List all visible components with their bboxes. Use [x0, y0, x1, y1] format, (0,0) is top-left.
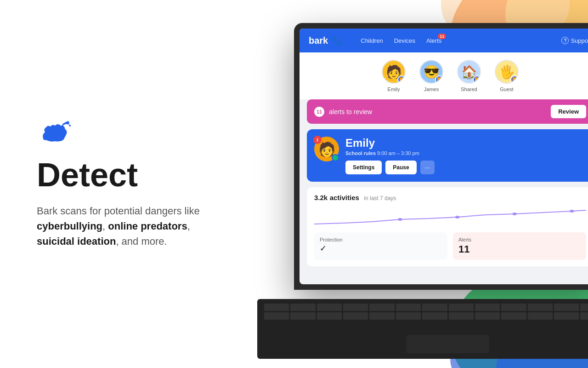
settings-button[interactable]: Settings — [345, 161, 382, 174]
key — [422, 304, 447, 311]
avatar-shared: 🏠 📶 — [457, 60, 481, 84]
protection-stat: Protection ✓ — [314, 232, 447, 260]
key — [369, 312, 394, 320]
guest-wifi-badge: 📶 — [510, 75, 519, 84]
profile-shared[interactable]: 🏠 📶 Shared — [457, 60, 481, 92]
review-button[interactable]: Review — [551, 105, 586, 118]
schedule-time: 9:00 am – 3:30 pm — [377, 150, 419, 156]
key — [580, 304, 588, 311]
key — [396, 312, 421, 320]
key — [501, 304, 526, 311]
bark-logo-icon — [37, 119, 74, 147]
alerts-badge: 11 — [438, 34, 446, 39]
avatar-james: 😎 📶 — [419, 60, 443, 84]
key — [449, 312, 474, 320]
key — [317, 312, 342, 320]
stats-count: 3.2k — [314, 194, 328, 201]
key — [290, 304, 315, 311]
avatar-guest: 🖐 📶 — [495, 60, 519, 84]
child-avatar: 🧑 1 — [314, 137, 339, 161]
brand-text: bark — [309, 35, 328, 46]
key — [554, 304, 579, 311]
protection-label: Protection — [320, 237, 442, 242]
brand-icon: 🐾 — [331, 35, 342, 46]
child-active-dot — [332, 154, 339, 161]
key — [264, 312, 289, 320]
left-panel: Detect Bark scans for potential dangers … — [0, 0, 266, 368]
nav-children[interactable]: Children — [361, 37, 383, 44]
alert-text: alerts to review — [329, 108, 546, 115]
laptop-screen-bezel: bark 🐾 Children Devices Alerts 11 — [294, 23, 588, 290]
stats-period: in last 7 days — [364, 195, 396, 201]
alerts-label: Alerts — [458, 237, 581, 242]
child-info: Emily School rules 9:00 am – 3:30 pm Set… — [345, 137, 586, 174]
key — [475, 312, 500, 320]
page-heading: Detect — [37, 158, 230, 193]
schedule-label: School rules — [345, 150, 376, 156]
nav-alerts[interactable]: Alerts 11 — [426, 37, 441, 44]
svg-point-7 — [68, 122, 69, 123]
key — [317, 304, 342, 311]
child-card: 🧑 1 Emily School rules 9:00 am – 3:30 pm… — [307, 129, 588, 182]
key — [290, 312, 315, 320]
profile-emily[interactable]: 🧑 📶 Emily — [382, 60, 406, 92]
key — [343, 312, 368, 320]
child-actions: Settings Pause ··· — [345, 161, 586, 174]
stats-count-label: activities — [330, 194, 359, 201]
key — [528, 304, 553, 311]
key — [264, 304, 289, 311]
nav-links: Children Devices Alerts 11 — [361, 37, 548, 44]
key — [422, 312, 447, 320]
key — [475, 304, 500, 311]
app-nav: bark 🐾 Children Devices Alerts 11 — [300, 29, 588, 52]
child-name: Emily — [345, 137, 586, 150]
support-question-icon: ? — [561, 37, 569, 44]
key — [449, 304, 474, 311]
profile-guest-name: Guest — [500, 86, 513, 92]
alerts-stat: Alerts 11 — [453, 232, 586, 260]
keyboard-area — [257, 299, 588, 359]
alert-banner: 11 alerts to review Review — [307, 99, 588, 124]
svg-point-6 — [69, 125, 71, 126]
key — [554, 312, 579, 320]
key — [369, 304, 394, 311]
profiles-row: 🧑 📶 Emily 😎 📶 James 🏠 📶 — [300, 52, 588, 99]
alerts-count: 11 — [458, 243, 581, 255]
child-schedule: School rules 9:00 am – 3:30 pm — [345, 150, 586, 156]
profile-shared-name: Shared — [461, 86, 477, 92]
emily-wifi-badge: 📶 — [397, 75, 406, 84]
profile-james-name: James — [424, 86, 439, 92]
support-label: Support — [571, 37, 588, 44]
key — [580, 312, 588, 320]
stats-section: 3.2k activities in last 7 days Prot — [307, 187, 588, 266]
mini-chart — [314, 206, 586, 229]
key — [343, 304, 368, 311]
laptop-screen: bark 🐾 Children Devices Alerts 11 — [300, 29, 588, 284]
laptop-container: bark 🐾 Children Devices Alerts 11 — [266, 23, 588, 354]
more-button[interactable]: ··· — [420, 161, 435, 174]
key — [501, 312, 526, 320]
pause-button[interactable]: Pause — [385, 161, 416, 174]
svg-point-8 — [398, 218, 402, 221]
child-card-header: 🧑 1 Emily School rules 9:00 am – 3:30 pm… — [314, 137, 586, 174]
alert-count-badge: 11 — [314, 107, 324, 117]
shared-wifi-badge: 📶 — [473, 75, 481, 84]
avatar-emily: 🧑 📶 — [382, 60, 406, 84]
key — [528, 312, 553, 320]
svg-point-11 — [570, 210, 574, 213]
protection-check: ✓ — [320, 243, 442, 253]
nav-support[interactable]: ? Support — [561, 37, 588, 44]
nav-devices[interactable]: Devices — [394, 37, 415, 44]
page-description: Bark scans for potential dangers like cy… — [37, 203, 230, 249]
svg-point-10 — [513, 213, 517, 215]
nav-brand: bark 🐾 — [309, 35, 342, 46]
profile-guest[interactable]: 🖐 📶 Guest — [495, 60, 519, 92]
svg-point-9 — [455, 216, 459, 218]
key — [396, 304, 421, 311]
profile-james[interactable]: 😎 📶 James — [419, 60, 443, 92]
child-alert-dot: 1 — [313, 136, 322, 144]
keyboard-keys — [257, 299, 588, 324]
trackpad — [407, 335, 489, 353]
profile-emily-name: Emily — [388, 86, 400, 92]
james-wifi-badge: 📶 — [435, 75, 443, 84]
